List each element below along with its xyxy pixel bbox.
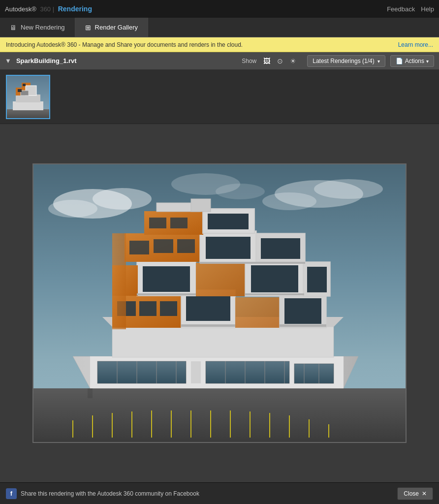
svg-rect-78 xyxy=(200,262,256,264)
svg-rect-60 xyxy=(160,301,177,316)
svg-rect-67 xyxy=(251,265,298,292)
collapse-arrow[interactable]: ▼ xyxy=(5,57,11,64)
facebook-bar: f Share this rendering with the Autodesk… xyxy=(0,482,439,504)
svg-rect-75 xyxy=(206,237,251,259)
actions-label: Actions xyxy=(405,58,424,64)
actions-arrow-icon xyxy=(426,58,429,64)
svg-rect-50 xyxy=(112,327,334,357)
renderings-dropdown[interactable]: Latest Renderings (1/4) xyxy=(307,55,385,67)
svg-rect-61 xyxy=(181,324,235,327)
close-label: Close xyxy=(404,490,419,497)
header-brand-area: Autodesk® 360 | Rendering xyxy=(5,5,92,13)
header-nav: Feedback Help xyxy=(387,5,434,13)
thumbnail-1[interactable] xyxy=(6,75,50,119)
show-sun-icon[interactable]: ☀ xyxy=(288,56,298,66)
tab-render-gallery[interactable]: ⊞ Render Gallery xyxy=(75,18,148,37)
brand-autodesk: Autodesk® xyxy=(5,5,36,13)
svg-rect-59 xyxy=(139,301,157,316)
monitor-icon: 🖥 xyxy=(10,24,17,32)
notification-bar: Introducing Autodesk® 360 - Manage and S… xyxy=(0,37,439,52)
thumbnail-svg xyxy=(7,76,49,118)
facebook-icon: f xyxy=(6,488,17,499)
learn-more-link[interactable]: Learn more... xyxy=(398,41,433,48)
svg-rect-71 xyxy=(137,293,196,295)
renderings-dropdown-label: Latest Renderings (1/4) xyxy=(313,58,374,64)
svg-point-18 xyxy=(216,184,265,199)
notification-message: Introducing Autodesk® 360 - Manage and S… xyxy=(6,41,243,48)
tab-render-gallery-label: Render Gallery xyxy=(95,24,138,31)
svg-rect-1 xyxy=(7,109,49,118)
svg-rect-37 xyxy=(191,361,201,383)
filename-label: SparkBuilding_1.rvt xyxy=(16,57,77,64)
svg-rect-82 xyxy=(177,239,195,253)
facebook-message: Share this rendering with the Autodesk 3… xyxy=(21,490,199,497)
svg-rect-81 xyxy=(154,239,173,253)
svg-rect-90 xyxy=(112,233,126,329)
dropdown-arrow-icon xyxy=(377,58,380,64)
render-svg xyxy=(33,164,407,443)
tab-new-rendering[interactable]: 🖥 New Rendering xyxy=(0,18,75,37)
show-image-icon[interactable]: 🖼 xyxy=(261,56,272,66)
svg-rect-57 xyxy=(284,298,321,324)
render-container xyxy=(32,163,407,443)
svg-rect-7 xyxy=(21,91,29,95)
svg-rect-65 xyxy=(196,263,245,296)
main-content-area xyxy=(0,124,439,482)
brand-360: 360 | xyxy=(40,5,56,13)
svg-rect-80 xyxy=(129,241,149,254)
svg-rect-72 xyxy=(245,293,304,295)
facebook-share-area: f Share this rendering with the Autodesk… xyxy=(6,488,199,499)
svg-rect-55 xyxy=(235,297,280,328)
svg-point-12 xyxy=(93,188,152,210)
svg-rect-86 xyxy=(149,218,166,228)
svg-rect-77 xyxy=(261,238,300,259)
gallery-icon: ⊞ xyxy=(85,24,91,32)
svg-rect-36 xyxy=(97,361,186,383)
svg-rect-39 xyxy=(294,364,334,383)
svg-rect-87 xyxy=(170,218,188,228)
show-label: Show xyxy=(242,58,256,64)
svg-point-16 xyxy=(262,192,316,210)
svg-rect-38 xyxy=(206,361,289,383)
svg-point-15 xyxy=(314,179,383,199)
app-header: Autodesk® 360 | Rendering Feedback Help xyxy=(0,0,439,18)
svg-rect-62 xyxy=(280,324,326,327)
svg-rect-79 xyxy=(256,262,305,264)
tab-bar: 🖥 New Rendering ⊞ Render Gallery xyxy=(0,18,439,37)
svg-point-13 xyxy=(48,200,97,218)
help-link[interactable]: Help xyxy=(421,5,434,13)
thumbnail-image-1 xyxy=(7,76,49,118)
actions-button[interactable]: 📄 Actions xyxy=(390,55,434,67)
svg-rect-69 xyxy=(307,267,327,292)
brand-logo: Autodesk® 360 | Rendering xyxy=(5,5,92,13)
svg-rect-54 xyxy=(186,296,230,321)
brand-product: Rendering xyxy=(58,5,92,13)
show-icons-group: 🖼 ⊙ ☀ xyxy=(261,56,298,66)
svg-rect-2 xyxy=(13,101,43,110)
file-header-bar: ▼ SparkBuilding_1.rvt Show 🖼 ⊙ ☀ Latest … xyxy=(0,52,439,70)
tab-new-rendering-label: New Rendering xyxy=(21,24,65,31)
svg-rect-85 xyxy=(208,214,249,229)
svg-rect-91 xyxy=(88,388,93,398)
svg-rect-8 xyxy=(18,89,22,92)
svg-rect-89 xyxy=(191,199,211,212)
document-icon: 📄 xyxy=(396,58,403,64)
building-render xyxy=(33,164,406,442)
svg-rect-9 xyxy=(23,84,26,86)
show-stereo-icon[interactable]: ⊙ xyxy=(275,56,285,66)
thumbnail-strip xyxy=(0,70,439,124)
close-x-icon: ✕ xyxy=(422,490,427,497)
feedback-link[interactable]: Feedback xyxy=(387,5,415,13)
svg-rect-64 xyxy=(143,266,190,292)
close-button[interactable]: Close ✕ xyxy=(397,487,433,500)
